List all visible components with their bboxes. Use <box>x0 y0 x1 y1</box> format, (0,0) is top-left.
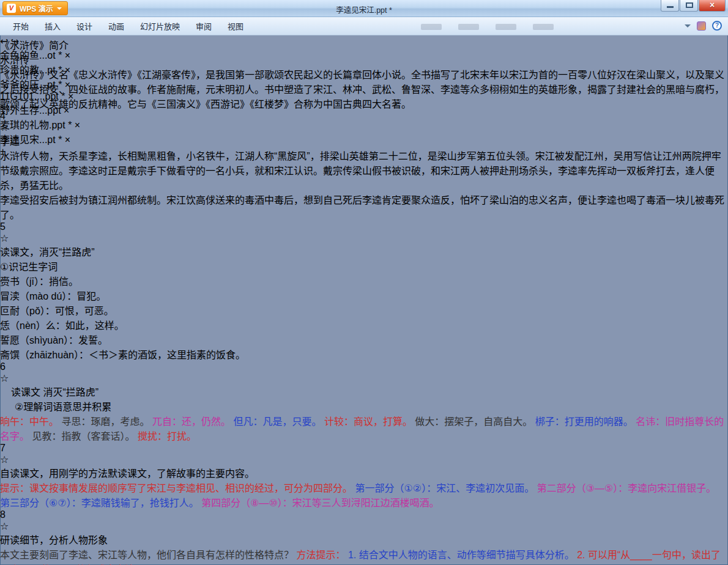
thumb-title: 自读课文，用刚学的方法默读课文，了解故事的主要内容。 <box>0 465 728 480</box>
help-icon[interactable]: ? <box>712 21 722 31</box>
menu-view[interactable]: 视图 <box>220 17 251 35</box>
close-button[interactable]: × <box>699 0 726 12</box>
title-bar: V WPS 演示 李逵见宋江.ppt * × <box>0 0 728 17</box>
transition-star-icon[interactable]: ☆ <box>0 454 728 465</box>
thumb-body: 赍书（jī）：捎信。 冒渎（mào dú）：冒犯。 叵耐（pǒ）：可恨，可恶。 … <box>0 273 728 361</box>
transition-star-icon[interactable]: ☆ <box>0 232 728 244</box>
undo-icon[interactable]: ↩ <box>0 36 8 46</box>
thumb-title: 研读细节，分析人物形象 <box>0 532 728 547</box>
doc-tab-6[interactable]: 麦琪的礼物.ppt * × <box>0 117 728 131</box>
thumbnail-row-6: 6 ☆ 读课文 消灭“拦路虎” ②理解词语意思并积累 晌午：中午。 寻思：琢磨，… <box>0 361 728 443</box>
new-tab-button[interactable]: + <box>0 146 728 157</box>
slide-thumbnail-6[interactable]: 读课文 消灭“拦路虎” ②理解词语意思并积累 晌午：中午。 寻思：琢磨，考虑。 … <box>0 384 728 443</box>
menu-insert[interactable]: 插入 <box>37 17 69 35</box>
slide-thumbnail-8[interactable]: 研读细节，分析人物形象 本文主要刻画了李逵、宋江等人物，他们各自具有怎样的性格特… <box>0 532 728 565</box>
ribbon-collapse-icon[interactable] <box>685 24 691 28</box>
slide-thumbnail-7[interactable]: 自读课文，用刚学的方法默读课文，了解故事的主要内容。 提示：课文按事情发展的顺序… <box>0 465 728 509</box>
menu-bar: 开始 插入 设计 动画 幻灯片放映 审阅 视图 ? <box>0 17 728 35</box>
document-tab-bar: ↩ ↪ 金色的鱼...ot * × 珍贵的教...pt * × 爷爷的压...p… <box>0 35 728 54</box>
window-controls: × <box>660 0 726 12</box>
maximize-button[interactable] <box>680 0 698 12</box>
doc-tab-label: 麦琪的礼物.ppt * <box>0 120 72 130</box>
thumb-subtitle: ①识记生字词 <box>0 259 728 273</box>
app-window: V WPS 演示 李逵见宋江.ppt * × 开始 插入 设计 动画 幻灯片放映… <box>0 0 728 565</box>
redo-icon[interactable]: ↪ <box>11 36 19 46</box>
slide-thumbnail-5[interactable]: 读课文，消灭“拦路虎” ①识记生字词 赍书（jī）：捎信。 冒渎（mào dú）… <box>0 244 728 361</box>
doc-tab-label: 11G101....ppt * <box>0 91 65 102</box>
doc-tab-label: 爷爷的压...pt * <box>0 79 62 90</box>
thumb-title: 读课文 消灭“拦路虎” <box>11 384 728 399</box>
transition-star-icon[interactable]: ☆ <box>0 520 728 532</box>
thumb-title: 读课文，消灭“拦路虎” <box>0 244 728 259</box>
menu-review[interactable]: 审阅 <box>188 17 220 35</box>
thumbnail-row-8: 8 ☆ 研读细节，分析人物形象 本文主要刻画了李逵、宋江等人物，他们各自具有怎样… <box>0 509 728 565</box>
close-icon: × <box>699 0 725 10</box>
skin-icon[interactable] <box>697 21 706 31</box>
doc-tab-3[interactable]: 爷爷的压...pt * × <box>0 76 728 91</box>
thumb-body: 提示：课文按事情发展的顺序写了宋江与李逵相见、相识的经过，可分为四部分。 第一部… <box>0 480 728 509</box>
transition-star-icon[interactable]: ☆ <box>0 372 728 384</box>
doc-tab-label: 金色的鱼...ot * <box>0 50 62 61</box>
doc-tab-label: 李逵见宋...pt * <box>0 135 62 145</box>
thumbnail-row-5: 5 ☆ 读课文，消灭“拦路虎” ①识记生字词 赍书（jī）：捎信。 冒渎（mào… <box>0 221 728 361</box>
doc-tab-label: 珍贵的教...pt * <box>0 65 62 75</box>
tab-close-icon[interactable]: × <box>64 105 69 116</box>
thumbnail-row-7: 7 ☆ 自读课文，用刚学的方法默读课文，了解故事的主要内容。 提示：课文按事情发… <box>0 443 728 509</box>
slide-number: 8 <box>0 509 728 520</box>
document-tabs: 金色的鱼...ot * × 珍贵的教...pt * × 爷爷的压...pt * … <box>0 47 728 157</box>
slide-number: 6 <box>0 361 728 372</box>
quick-toolbar: ↩ ↪ <box>0 35 728 47</box>
tab-close-icon[interactable]: × <box>65 65 70 75</box>
doc-tab-2[interactable]: 珍贵的教...pt * × <box>0 62 728 76</box>
thumb-body: 晌午：中午。 寻思：琢磨，考虑。 兀自：还，仍然。 但凡：凡是，只要。 计较：商… <box>0 413 728 443</box>
doc-tab-label: 野外生存...ppt <box>0 105 61 116</box>
tab-close-icon[interactable]: × <box>68 91 73 102</box>
window-title: 李逵见宋江.ppt * <box>0 4 728 15</box>
background-bleed-text <box>421 24 554 30</box>
thumb-body: 本文主要刻画了李逵、宋江等人物，他们各自具有怎样的性格特点？ 方法提示： 1. … <box>0 547 728 565</box>
tab-close-icon[interactable]: × <box>65 50 70 61</box>
menu-design[interactable]: 设计 <box>69 17 100 35</box>
tab-close-icon[interactable]: × <box>65 135 70 145</box>
doc-tab-4[interactable]: 11G101....ppt * × <box>0 91 728 102</box>
thumb-body: 水浒传人物，天杀星李逵，长相黝黑粗鲁，小名铁牛，江湖人称“黑旋风”，排梁山英雄第… <box>0 148 728 221</box>
doc-tab-active[interactable]: 李逵见宋...pt * × <box>0 131 728 146</box>
menu-animation[interactable]: 动画 <box>100 17 132 35</box>
slide-number: 5 <box>0 221 728 232</box>
maximize-icon <box>686 2 693 8</box>
minimize-button[interactable] <box>661 0 679 12</box>
thumb-subtitle: ②理解词语意思并积累 <box>15 399 728 413</box>
minimize-icon <box>667 6 674 8</box>
menu-slideshow[interactable]: 幻灯片放映 <box>132 17 188 35</box>
doc-tab-5[interactable]: 野外生存...ppt × <box>0 102 728 117</box>
menu-home[interactable]: 开始 <box>5 17 37 35</box>
doc-tab-1[interactable]: 金色的鱼...ot * × <box>0 47 728 62</box>
tab-close-icon[interactable]: × <box>65 79 70 90</box>
tab-close-icon[interactable]: × <box>75 120 80 130</box>
slide-number: 7 <box>0 443 728 454</box>
